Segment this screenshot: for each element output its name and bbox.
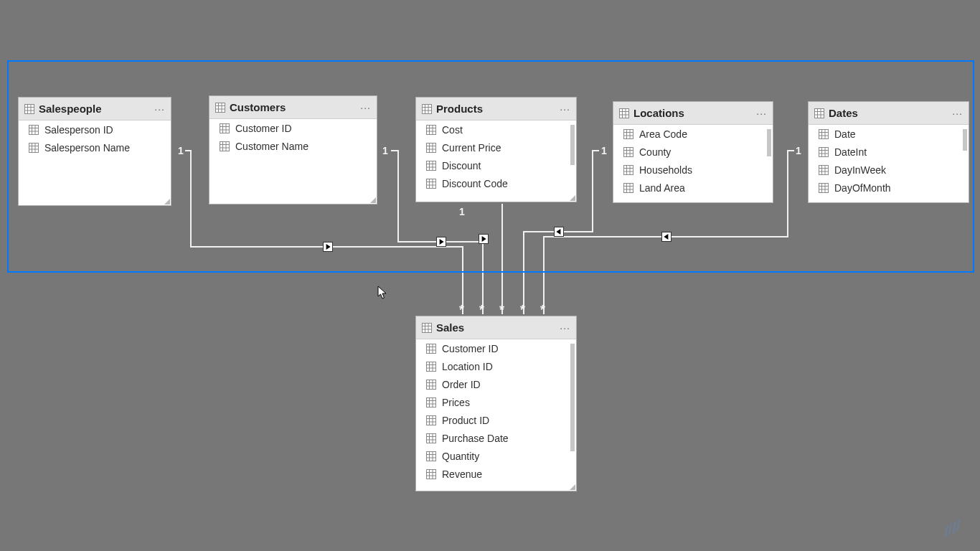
scrollbar[interactable] <box>570 122 575 194</box>
svg-rect-60 <box>624 129 633 138</box>
table-title: Sales <box>436 321 560 334</box>
table-salespeople[interactable]: Salespeople···Salesperson IDSalesperson … <box>18 97 171 206</box>
field-row[interactable]: Area Code <box>613 125 773 143</box>
table-options-button[interactable]: ··· <box>756 108 767 119</box>
svg-rect-30 <box>423 104 432 113</box>
field-row[interactable]: Salesperson ID <box>19 121 171 138</box>
field-label: Customer ID <box>442 343 499 354</box>
svg-rect-55 <box>620 108 629 118</box>
field-row[interactable]: Revenue <box>416 465 576 483</box>
scroll-thumb[interactable] <box>963 129 967 151</box>
table-options-button[interactable]: ··· <box>154 103 165 115</box>
scroll-thumb[interactable] <box>570 125 575 165</box>
scroll-thumb[interactable] <box>570 344 575 451</box>
field-label: Area Code <box>639 128 687 140</box>
table-header[interactable]: Sales··· <box>416 316 576 339</box>
field-row[interactable]: County <box>613 143 773 161</box>
svg-rect-85 <box>819 129 829 138</box>
field-list: CostCurrent PriceDiscountDiscount Code <box>416 121 576 202</box>
svg-rect-125 <box>427 397 436 407</box>
field-label: Purchase Date <box>442 433 509 444</box>
svg-rect-90 <box>819 147 829 156</box>
field-row[interactable]: Date <box>809 125 969 143</box>
table-options-button[interactable]: ··· <box>360 102 371 113</box>
svg-rect-65 <box>624 147 633 156</box>
table-sales[interactable]: Sales···Customer IDLocation IDOrder IDPr… <box>415 316 577 491</box>
table-products[interactable]: Products···CostCurrent PriceDiscountDisc… <box>415 97 577 202</box>
field-label: Current Price <box>442 142 501 154</box>
field-label: Revenue <box>442 468 482 480</box>
table-header[interactable]: Dates··· <box>809 102 969 125</box>
field-row[interactable]: Customer ID <box>416 339 576 357</box>
field-row[interactable]: Land Area <box>613 179 773 197</box>
field-label: Date <box>834 128 856 140</box>
cardinality-one: 1 <box>382 145 388 156</box>
field-label: Quantity <box>442 451 479 462</box>
field-label: Salesperson Name <box>44 142 130 154</box>
field-label: Discount <box>442 160 481 171</box>
cardinality-one: 1 <box>796 145 801 156</box>
field-label: County <box>639 146 671 158</box>
resize-handle-icon[interactable] <box>568 194 575 201</box>
table-header[interactable]: Salespeople··· <box>19 98 171 121</box>
svg-rect-40 <box>427 143 436 152</box>
filter-direction-icon <box>479 234 489 244</box>
filter-direction-icon <box>436 237 446 247</box>
table-customers[interactable]: Customers···Customer IDCustomer Name <box>209 95 377 204</box>
resize-handle-icon[interactable] <box>568 483 575 490</box>
table-dates[interactable]: Dates···DateDateIntDayInWeekDayOfMonth <box>808 101 969 203</box>
svg-rect-70 <box>624 165 633 174</box>
field-row[interactable]: Discount <box>416 156 576 174</box>
svg-rect-0 <box>25 104 34 113</box>
resize-handle-icon[interactable] <box>369 196 376 203</box>
table-title: Products <box>436 103 560 115</box>
field-row[interactable]: Households <box>613 161 773 179</box>
filter-direction-icon <box>661 232 672 242</box>
field-row[interactable]: Order ID <box>416 375 576 393</box>
cardinality-one: 1 <box>178 145 184 156</box>
resize-handle-icon[interactable] <box>163 197 170 204</box>
svg-rect-5 <box>29 125 39 134</box>
table-options-button[interactable]: ··· <box>560 103 570 115</box>
svg-rect-120 <box>427 380 436 389</box>
table-title: Customers <box>230 101 360 113</box>
field-label: Customer Name <box>235 141 308 152</box>
table-header[interactable]: Products··· <box>416 98 576 121</box>
field-row[interactable]: DayInWeek <box>809 161 969 179</box>
field-row[interactable]: Product ID <box>416 411 576 429</box>
field-row[interactable]: Customer ID <box>209 119 377 137</box>
filter-direction-icon <box>554 227 564 237</box>
field-row[interactable]: Discount Code <box>416 174 576 192</box>
svg-rect-95 <box>819 165 829 174</box>
field-row[interactable]: Location ID <box>416 357 576 375</box>
field-label: Land Area <box>639 182 685 194</box>
field-list: Area CodeCountyHouseholdsLand Area <box>613 125 773 202</box>
field-label: DayInWeek <box>834 164 886 176</box>
table-locations[interactable]: Locations···Area CodeCountyHouseholdsLan… <box>613 101 773 203</box>
field-label: Cost <box>442 124 463 136</box>
table-header[interactable]: Locations··· <box>613 102 773 125</box>
field-row[interactable]: Prices <box>416 393 576 411</box>
table-options-button[interactable]: ··· <box>560 322 570 334</box>
scroll-thumb[interactable] <box>767 129 771 156</box>
field-row[interactable]: Current Price <box>416 138 576 156</box>
scrollbar[interactable] <box>963 126 967 195</box>
field-row[interactable]: Customer Name <box>209 137 377 155</box>
svg-rect-50 <box>427 179 436 188</box>
table-header[interactable]: Customers··· <box>209 96 377 119</box>
scrollbar[interactable] <box>570 341 575 484</box>
field-row[interactable]: Salesperson Name <box>19 138 171 156</box>
field-row[interactable]: DateInt <box>809 143 969 161</box>
field-label: Customer ID <box>235 123 292 134</box>
cardinality-one: 1 <box>459 206 465 217</box>
field-row[interactable]: Purchase Date <box>416 429 576 447</box>
svg-rect-115 <box>427 362 436 371</box>
field-row[interactable]: DayOfMonth <box>809 179 969 197</box>
svg-rect-75 <box>624 183 633 192</box>
watermark-icon <box>938 515 970 543</box>
field-row[interactable]: Cost <box>416 121 576 138</box>
scrollbar[interactable] <box>767 126 771 195</box>
field-row[interactable]: Quantity <box>416 447 576 465</box>
table-options-button[interactable]: ··· <box>952 108 963 119</box>
svg-rect-15 <box>216 103 225 112</box>
